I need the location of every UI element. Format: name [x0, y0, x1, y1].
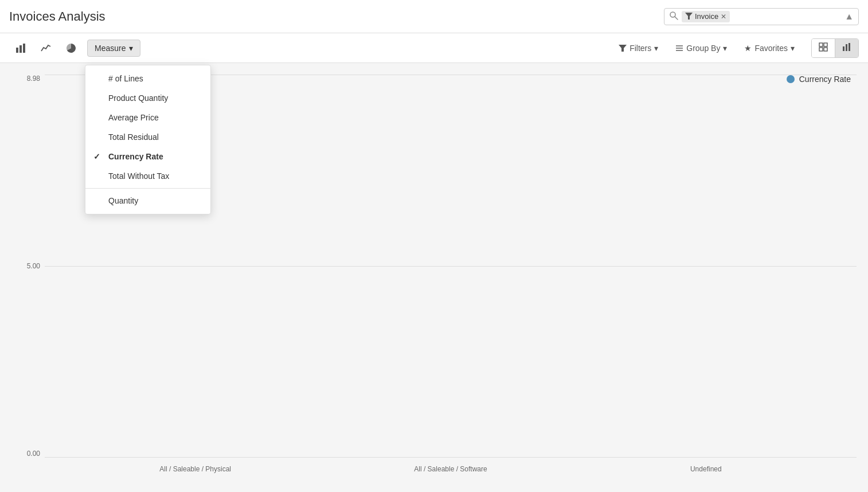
- filters-chevron-icon: ▾: [654, 44, 658, 53]
- measure-chevron-icon: ▾: [129, 44, 133, 53]
- groupby-button[interactable]: Group By ▾: [668, 40, 734, 57]
- y-axis: 8.98 5.00 0.00: [0, 75, 45, 458]
- bar-chart-btn[interactable]: [9, 39, 32, 57]
- y-label-mid: 5.00: [27, 262, 40, 270]
- svg-rect-15: [846, 44, 847, 51]
- groupby-chevron-icon: ▾: [723, 44, 727, 53]
- filter-controls: Filters ▾ Group By ▾ ★ Favorites ▾: [611, 40, 802, 57]
- svg-rect-13: [824, 48, 827, 51]
- measure-item-currency-rate-label: Currency Rate: [108, 152, 163, 161]
- search-bar: Invoice ✕ ▲: [664, 8, 859, 25]
- y-label-high: 8.98: [27, 75, 40, 83]
- svg-marker-2: [685, 13, 693, 19]
- svg-rect-10: [819, 43, 823, 46]
- measure-item-avg-price[interactable]: Average Price: [85, 108, 210, 127]
- measure-item-lines-label: # of Lines: [108, 74, 143, 83]
- search-icon: [669, 11, 678, 22]
- measure-item-product-qty[interactable]: Product Quantity: [85, 88, 210, 108]
- view-toggle: [811, 38, 859, 58]
- measure-dropdown-menu: # of Lines Product Quantity Average Pric…: [85, 65, 211, 214]
- measure-button[interactable]: Measure ▾: [87, 40, 140, 57]
- measure-dropdown-container: Measure ▾ # of Lines Product Quantity Av…: [85, 40, 140, 57]
- pie-chart-btn[interactable]: [60, 39, 83, 57]
- filters-button[interactable]: Filters ▾: [611, 40, 666, 57]
- star-icon: ★: [744, 44, 752, 53]
- toolbar: Measure ▾ # of Lines Product Quantity Av…: [0, 33, 868, 63]
- svg-rect-11: [824, 43, 827, 46]
- svg-rect-3: [16, 48, 18, 53]
- svg-marker-6: [619, 45, 627, 52]
- y-label-low: 0.00: [27, 450, 40, 458]
- filter-funnel-icon: [685, 12, 693, 21]
- measure-item-product-qty-label: Product Quantity: [108, 93, 168, 103]
- measure-item-total-residual-label: Total Residual: [108, 132, 159, 142]
- filter-tag[interactable]: Invoice ✕: [682, 11, 730, 22]
- measure-item-lines[interactable]: # of Lines: [85, 69, 210, 88]
- measure-item-total-without-tax-label: Total Without Tax: [108, 171, 169, 181]
- groupby-label: Group By: [686, 44, 720, 53]
- measure-item-avg-price-label: Average Price: [108, 113, 159, 122]
- svg-rect-16: [849, 43, 850, 51]
- x-label-1: All / Saleable / Software: [323, 460, 578, 473]
- grid-view-btn[interactable]: [812, 39, 835, 57]
- x-label-0: All / Saleable / Physical: [68, 460, 323, 473]
- svg-rect-5: [23, 44, 25, 53]
- x-axis: All / Saleable / Physical All / Saleable…: [45, 460, 857, 492]
- measure-item-currency-rate[interactable]: Currency Rate: [85, 147, 210, 166]
- measure-divider: [85, 188, 210, 189]
- svg-rect-12: [819, 48, 823, 51]
- favorites-chevron-icon: ▾: [791, 44, 795, 53]
- top-bar: Invoices Analysis Invoice ✕ ▲: [0, 0, 868, 33]
- x-label-2: Undefined: [578, 460, 834, 473]
- measure-label: Measure: [95, 44, 126, 53]
- favorites-label: Favorites: [754, 44, 788, 53]
- filters-label: Filters: [630, 44, 651, 53]
- svg-line-1: [675, 17, 678, 19]
- svg-rect-14: [843, 46, 844, 51]
- measure-item-quantity-label: Quantity: [108, 196, 138, 205]
- bar-view-btn[interactable]: [835, 39, 858, 57]
- measure-item-total-without-tax[interactable]: Total Without Tax: [85, 166, 210, 186]
- search-expand-icon[interactable]: ▲: [844, 11, 854, 22]
- filter-tag-label: Invoice: [695, 12, 718, 21]
- svg-rect-4: [19, 45, 22, 53]
- measure-item-total-residual[interactable]: Total Residual: [85, 127, 210, 147]
- line-chart-btn[interactable]: [34, 39, 57, 57]
- measure-item-quantity[interactable]: Quantity: [85, 191, 210, 210]
- page-title: Invoices Analysis: [9, 9, 105, 24]
- favorites-button[interactable]: ★ Favorites ▾: [737, 40, 802, 57]
- filter-tag-close-icon[interactable]: ✕: [721, 13, 726, 21]
